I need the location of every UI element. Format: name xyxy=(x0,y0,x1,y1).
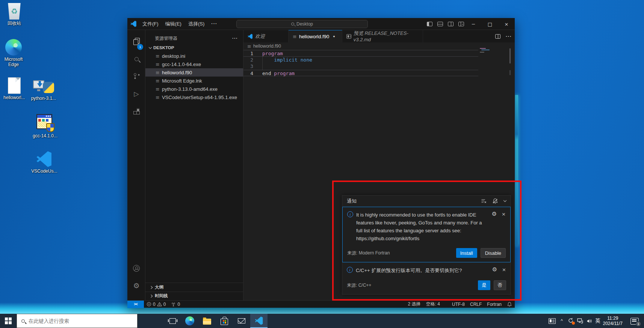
toggle-panel-icon[interactable] xyxy=(437,22,443,26)
window-controls: ─ □ × xyxy=(465,18,515,30)
eol-status[interactable]: CRLF xyxy=(467,301,484,308)
split-editor-icon[interactable] xyxy=(495,34,500,39)
tab-release-notes-preview[interactable]: 预览 RELEASE_NOTES-v3.2.md xyxy=(342,30,423,42)
menu-more-icon[interactable]: ··· xyxy=(208,20,221,29)
file-icon: ≡ xyxy=(247,44,251,49)
bell-icon xyxy=(507,302,512,307)
activitybar-search[interactable] xyxy=(127,50,145,68)
selection-status[interactable]: 2 选择 xyxy=(405,301,423,308)
activitybar-settings[interactable]: ⚙ xyxy=(127,277,145,294)
desktop-icon-edge[interactable]: Microsoft Edge xyxy=(0,39,28,67)
volume-icon[interactable] xyxy=(586,318,593,324)
file-icon: ≡ xyxy=(156,62,160,67)
folder-icon xyxy=(203,319,211,325)
explorer-section-desktop[interactable]: DESKTOP xyxy=(145,44,243,52)
command-center-search[interactable]: Desktop xyxy=(236,20,368,28)
start-button[interactable] xyxy=(0,314,17,328)
taskbar-edge[interactable] xyxy=(181,314,198,328)
notification-count-badge: 1 xyxy=(636,321,641,326)
desktop-icon-python-installer[interactable]: python-3.1... xyxy=(29,77,58,101)
vscode-logo-icon xyxy=(35,151,53,167)
toggle-secondary-sidebar-icon[interactable] xyxy=(448,22,454,26)
code-line[interactable]: 1 program xyxy=(243,50,478,57)
notifications-bell[interactable] xyxy=(504,301,515,308)
activitybar-explorer[interactable]: 1 xyxy=(127,33,145,50)
scrollbar-thumb[interactable] xyxy=(509,48,511,63)
taskbar-mail[interactable] xyxy=(233,314,250,328)
menu-selection[interactable]: 选择(S) xyxy=(185,20,208,29)
editor-more-icon[interactable]: ··· xyxy=(506,33,512,39)
taskbar-vscode-active[interactable] xyxy=(250,314,268,328)
file-icon: ≡ xyxy=(156,78,160,84)
file-row-helloworld[interactable]: ≡ helloworld.f90 xyxy=(145,68,243,77)
activitybar-account[interactable] xyxy=(127,260,145,277)
news-widget-icon[interactable] xyxy=(549,318,556,324)
encoding-status[interactable]: UTF-8 xyxy=(449,301,467,308)
ime-language-indicator[interactable]: 英 xyxy=(595,317,600,324)
vscode-logo-icon xyxy=(255,316,263,325)
activitybar-source-control[interactable] xyxy=(127,68,145,85)
tab-welcome[interactable]: 欢迎 xyxy=(243,30,289,42)
tab-helloworld-f90[interactable]: ≡ helloworld.f90 ● xyxy=(289,30,342,42)
toggle-sidebar-icon[interactable] xyxy=(427,22,432,26)
desktop-icon-gcc-installer[interactable]: gcc-14.1.0... xyxy=(31,114,59,138)
remote-indicator[interactable]: >< xyxy=(127,301,144,308)
search-icon xyxy=(21,319,25,323)
activitybar-run-debug[interactable]: ▷ xyxy=(127,85,145,102)
network-icon[interactable] xyxy=(577,318,584,324)
modified-dot-icon: ● xyxy=(333,35,335,38)
activitybar-extensions[interactable] xyxy=(127,103,145,120)
code-line[interactable]: 3 xyxy=(243,63,478,70)
task-view-button[interactable] xyxy=(164,314,181,328)
hidden-icons-chevron[interactable]: ^ xyxy=(561,318,563,323)
maximize-button[interactable]: □ xyxy=(482,18,498,30)
breadcrumb[interactable]: ≡ helloworld.f90 xyxy=(247,42,281,50)
file-row-edge-lnk[interactable]: ≡ Microsoft Edge.lnk xyxy=(145,77,243,85)
menu-file[interactable]: 文件(F) xyxy=(139,20,162,29)
file-row-vscode-setup[interactable]: ≡ VSCodeUserSetup-x64-1.95.1.exe xyxy=(145,93,243,101)
taskbar-store[interactable] xyxy=(216,314,233,328)
run-debug-icon: ▷ xyxy=(134,91,139,97)
taskbar-search-input[interactable] xyxy=(29,318,133,324)
minimize-button[interactable]: ─ xyxy=(465,18,482,30)
sync-icon[interactable] xyxy=(568,317,574,324)
outline-section[interactable]: 大纲 xyxy=(145,283,243,292)
language-mode-status[interactable]: Fortran xyxy=(484,301,504,308)
system-tray: ^ 英 11:29 2024/11/7 1 xyxy=(549,314,644,328)
file-icon: ≡ xyxy=(156,95,160,100)
ports-status[interactable]: 0 xyxy=(168,301,183,308)
radio-tower-icon xyxy=(171,302,176,307)
code-line[interactable]: 4 end program xyxy=(243,70,478,77)
editor-actions: ··· xyxy=(495,30,512,42)
file-row-gcc[interactable]: ≡ gcc-14.1.0-64.exe xyxy=(145,60,243,68)
explorer-more-icon[interactable]: ··· xyxy=(232,36,238,41)
problems-status[interactable]: 0 0 xyxy=(144,301,168,308)
tab-bar: 欢迎 ≡ helloworld.f90 ● 预览 RELEASE_NOTES-v… xyxy=(243,30,515,42)
taskbar-file-explorer[interactable] xyxy=(198,314,216,328)
recycle-bin-icon: ♻ xyxy=(7,3,21,20)
indentation-status[interactable]: 空格: 4 xyxy=(423,301,443,308)
timeline-section[interactable]: 时间线 xyxy=(145,292,243,300)
customize-layout-icon[interactable] xyxy=(458,22,464,26)
action-center-icon[interactable]: 1 xyxy=(630,318,639,325)
explorer-header: 资源管理器 ··· xyxy=(145,30,243,44)
code-line[interactable]: 2 implicit none xyxy=(243,57,478,63)
taskbar-search[interactable] xyxy=(17,314,138,328)
close-button[interactable]: × xyxy=(498,18,515,30)
file-icon: ≡ xyxy=(156,86,160,92)
desktop-icon-helloworld[interactable]: helloworl... xyxy=(0,77,29,100)
titlebar: 文件(F) 编辑(E) 选择(S) ··· ← → Desktop ─ □ × xyxy=(127,18,515,30)
file-row-desktop-ini[interactable]: ≡ desktop.ini xyxy=(145,52,243,60)
gcc-installer-icon xyxy=(36,114,54,132)
menu-bar: 文件(F) 编辑(E) 选择(S) ··· xyxy=(139,20,221,29)
overview-ruler-mark xyxy=(509,70,511,75)
menu-edit[interactable]: 编辑(E) xyxy=(162,20,185,29)
file-row-python[interactable]: ≡ python-3.13.0-amd64.exe xyxy=(145,85,243,93)
python-installer-icon xyxy=(33,77,54,95)
file-icon: ≡ xyxy=(156,53,160,59)
file-icon: ≡ xyxy=(156,70,160,75)
desktop-icon-recycle-bin[interactable]: ♻ 回收站 xyxy=(0,3,29,26)
account-icon xyxy=(133,265,140,272)
taskbar-clock[interactable]: 11:29 2024/11/7 xyxy=(603,316,623,326)
desktop-icon-vscode-setup[interactable]: VSCodeUs... xyxy=(30,151,59,174)
